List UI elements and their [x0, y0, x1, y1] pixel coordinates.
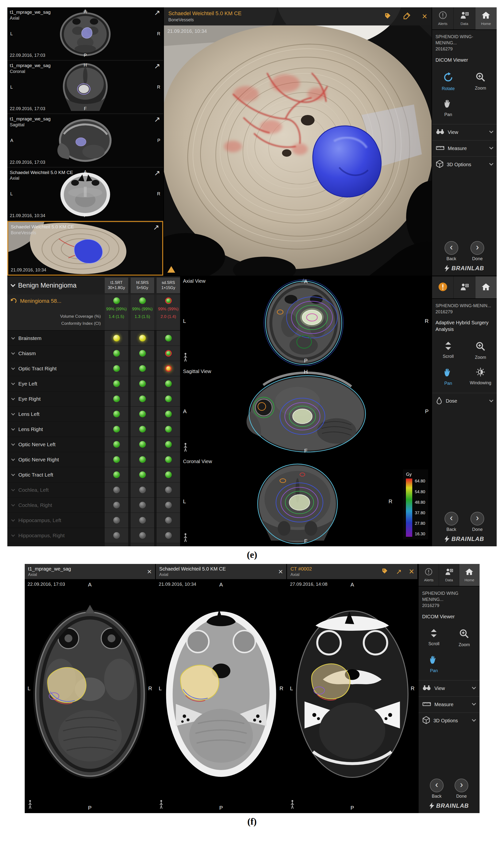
nav-alerts[interactable]: Alerts	[419, 564, 439, 586]
nav-alerts[interactable]: Alerts	[432, 7, 454, 29]
organ-row[interactable]: Cochlea, Right	[7, 498, 180, 513]
organ-row[interactable]: Hippocampus, Right	[7, 528, 180, 543]
module-title: Adaptive Hybrid Surgery Analysis	[432, 316, 497, 336]
close-icon[interactable]: ×	[409, 567, 414, 576]
close-icon[interactable]: ×	[278, 568, 283, 575]
organ-row[interactable]: Lens Right	[7, 422, 180, 437]
sagittal-dose-image[interactable]	[180, 367, 432, 456]
column-header-plan3[interactable]: sd.SRS 1×15Gy	[157, 278, 180, 293]
nav-home[interactable]: Home	[459, 564, 479, 586]
organ-row[interactable]: Optic Tract Left	[7, 467, 180, 482]
organ-row[interactable]: Cochlea, Left	[7, 482, 180, 498]
close-icon[interactable]: ×	[422, 12, 427, 21]
series-title: Schaedel Weichteil 5.0 KM CE	[10, 170, 73, 176]
thumbnail-3d-bonevessels[interactable]: Schaedel Weichteil 5.0 KM CE BoneVessels…	[7, 221, 163, 276]
expand-icon[interactable]: ↗	[153, 223, 159, 232]
tool-scroll[interactable]: Scroll	[432, 338, 464, 363]
export-arrow-icon[interactable]: ↗	[396, 568, 401, 576]
tool-rotate[interactable]: Rotate	[432, 68, 464, 95]
organ-row[interactable]: Optic Tract Right	[7, 361, 180, 376]
status-dot	[113, 297, 120, 304]
organ-row[interactable]: Brainstem	[7, 331, 180, 346]
chevron-down-icon	[11, 487, 15, 491]
zoom-icon	[475, 72, 486, 84]
nav-alerts[interactable]	[432, 276, 454, 298]
undo-icon[interactable]	[10, 297, 18, 305]
nav-data[interactable]: Data	[454, 7, 475, 29]
tool-pan[interactable]: Pan	[419, 651, 449, 677]
nav-data[interactable]: Data	[439, 564, 459, 586]
done-button[interactable]: › Done	[470, 512, 484, 532]
tag-icon[interactable]	[384, 12, 392, 21]
done-button[interactable]: › Done	[454, 779, 468, 799]
thumbnail-ct-axial[interactable]: Schaedel Weichteil 5.0 KM CE Axial ↗ A L…	[7, 168, 163, 221]
expand-icon[interactable]: ↗	[154, 168, 160, 177]
column-header-plan2[interactable]: hf.SRS 5×5Gy	[131, 278, 154, 293]
target-row-meningioma[interactable]: Meningioma 58... Volume Coverage (%) Con…	[7, 295, 180, 331]
patient-info: SPHENOID WING-MENING... 2016279	[432, 30, 497, 53]
organ-row[interactable]: Eye Right	[7, 391, 180, 407]
organ-row[interactable]: Lens Left	[7, 407, 180, 422]
tool-zoom[interactable]: Zoom	[464, 338, 497, 363]
ct-bone-axial-image[interactable]	[287, 579, 417, 813]
nav-home[interactable]	[475, 276, 497, 298]
organ-row[interactable]: Chiasm	[7, 346, 180, 361]
expand-icon[interactable]: ↗	[154, 62, 160, 70]
viewport-subtitle: Axial	[290, 572, 312, 577]
tool-pan[interactable]: Pan	[432, 363, 464, 389]
tag-icon[interactable]	[381, 567, 389, 576]
back-button[interactable]: ‹ Back	[445, 512, 458, 532]
column-header-plan1[interactable]: t1.SRT 30×1.8Gy	[105, 278, 128, 293]
coverage-value: 99% (99%)	[132, 307, 153, 312]
organ-row[interactable]: Eye Left	[7, 376, 180, 391]
tool-zoom[interactable]: Zoom	[464, 68, 497, 95]
menu-view[interactable]: View	[419, 680, 479, 696]
nav-label: Data	[445, 578, 453, 582]
thumbnail-mri-sagittal[interactable]: t1_mprage_we_sag Sagittal ↗ A P 22.09.20…	[7, 114, 163, 167]
render3d-scene[interactable]	[164, 7, 432, 276]
nav-data[interactable]	[454, 276, 475, 298]
done-button[interactable]: › Done	[470, 241, 484, 262]
menu-view[interactable]: View	[432, 124, 497, 140]
coronal-dose-image[interactable]	[180, 457, 432, 546]
thumbnail-meta: Schaedel Weichteil 5.0 KM CE Axial	[10, 170, 73, 181]
organ-name: Optic Tract Left	[18, 472, 53, 478]
organ-row[interactable]: Optic Nerve Right	[7, 452, 180, 467]
organ-name: Cochlea, Right	[18, 502, 52, 508]
viewport-date: 22.09.2016, 17:03	[28, 582, 65, 587]
ct-soft-axial-image[interactable]	[156, 579, 286, 813]
tool-zoom[interactable]: Zoom	[449, 625, 479, 651]
organ-row[interactable]: Optic Nerve Left	[7, 437, 180, 452]
organ-row[interactable]: Hippocampus, Left	[7, 513, 180, 528]
brainlab-logo: BRAINLAB	[432, 534, 497, 546]
back-button[interactable]: ‹ Back	[445, 241, 458, 262]
menu-3d-options[interactable]: 3D Options	[419, 712, 479, 729]
thumbnail-mri-coronal[interactable]: t1_mprage_we_sag Coronal ↗ H L R F 22.09…	[7, 61, 163, 114]
expand-icon[interactable]: ↗	[154, 8, 160, 17]
done-label: Done	[456, 794, 467, 799]
menu-measure[interactable]: Measure	[432, 140, 497, 156]
tool-windowing[interactable]: Windowing	[464, 363, 497, 389]
viewport-titles: Schaedel Weichteil 5.0 KM CE BoneVessels	[168, 10, 241, 23]
brand-text: BRAINLAB	[451, 535, 484, 543]
mri-axial-image[interactable]	[25, 579, 155, 813]
status-dot	[165, 472, 172, 478]
nav-home[interactable]: Home	[475, 7, 497, 29]
menu-dose[interactable]: Dose	[432, 393, 497, 409]
back-button[interactable]: ‹ Back	[430, 779, 444, 799]
warning-icon	[167, 266, 175, 273]
expand-icon[interactable]: ↗	[154, 115, 160, 124]
table-header-row[interactable]: Benign Meningioma t1.SRT 30×1.8Gy hf.SRS…	[7, 276, 180, 295]
coverage-value: 99% (99%)	[158, 307, 179, 312]
organ-name: Chiasm	[18, 351, 36, 356]
done-label: Done	[472, 256, 483, 262]
tool-scroll[interactable]: Scroll	[419, 625, 449, 651]
menu-measure[interactable]: Measure	[419, 696, 479, 712]
menu-3d-options[interactable]: 3D Options	[432, 156, 497, 173]
close-icon[interactable]: ×	[147, 568, 152, 575]
axial-dose-image[interactable]	[180, 276, 432, 366]
tool-grid: Rotate Zoom Pan	[432, 67, 497, 124]
brush-icon[interactable]	[403, 12, 411, 21]
tool-pan[interactable]: Pan	[432, 95, 464, 121]
thumbnail-mri-axial[interactable]: t1_mprage_we_sag Axial ↗ A L R P 22.09.2…	[7, 7, 163, 61]
